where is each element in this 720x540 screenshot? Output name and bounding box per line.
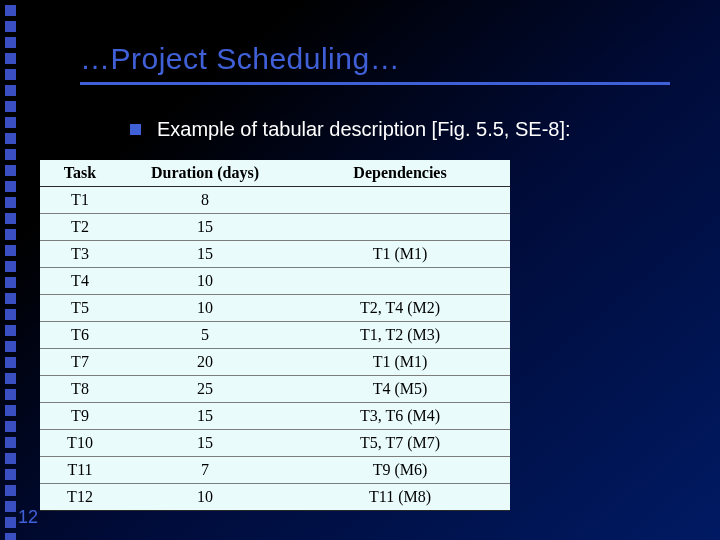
side-square-icon — [5, 293, 16, 304]
table-row: T18 — [40, 187, 510, 214]
cell-duration: 20 — [120, 349, 290, 376]
side-square-icon — [5, 341, 16, 352]
cell-deps: T1, T2 (M3) — [290, 322, 510, 349]
table-row: T1015T5, T7 (M7) — [40, 430, 510, 457]
col-deps-header: Dependencies — [290, 160, 510, 187]
title-block: …Project Scheduling… — [80, 42, 680, 85]
table-row: T315T1 (M1) — [40, 241, 510, 268]
cell-task: T1 — [40, 187, 120, 214]
table-row: T65T1, T2 (M3) — [40, 322, 510, 349]
side-square-icon — [5, 277, 16, 288]
col-task-header: Task — [40, 160, 120, 187]
slide-title: …Project Scheduling… — [80, 42, 680, 76]
cell-duration: 10 — [120, 484, 290, 511]
cell-deps: T9 (M6) — [290, 457, 510, 484]
side-square-icon — [5, 389, 16, 400]
table-row: T720T1 (M1) — [40, 349, 510, 376]
cell-deps: T1 (M1) — [290, 349, 510, 376]
side-square-icon — [5, 421, 16, 432]
side-square-icon — [5, 85, 16, 96]
cell-deps: T5, T7 (M7) — [290, 430, 510, 457]
schedule-table: Task Duration (days) Dependencies T18T21… — [40, 160, 510, 511]
side-square-icon — [5, 405, 16, 416]
side-square-icon — [5, 165, 16, 176]
bullet-row: Example of tabular description [Fig. 5.5… — [130, 118, 571, 141]
side-square-icon — [5, 517, 16, 528]
side-square-icon — [5, 501, 16, 512]
side-square-icon — [5, 453, 16, 464]
table-row: T1210T11 (M8) — [40, 484, 510, 511]
cell-duration: 25 — [120, 376, 290, 403]
title-underline — [80, 82, 670, 85]
cell-duration: 15 — [120, 430, 290, 457]
cell-task: T9 — [40, 403, 120, 430]
page-number: 12 — [18, 507, 38, 528]
table-row: T117T9 (M6) — [40, 457, 510, 484]
side-square-icon — [5, 133, 16, 144]
side-square-icon — [5, 53, 16, 64]
side-square-icon — [5, 309, 16, 320]
cell-deps — [290, 214, 510, 241]
table-row: T510T2, T4 (M2) — [40, 295, 510, 322]
cell-deps: T2, T4 (M2) — [290, 295, 510, 322]
side-decor-squares — [0, 0, 30, 540]
cell-task: T3 — [40, 241, 120, 268]
table-row: T825T4 (M5) — [40, 376, 510, 403]
side-square-icon — [5, 149, 16, 160]
cell-duration: 5 — [120, 322, 290, 349]
cell-duration: 10 — [120, 268, 290, 295]
side-square-icon — [5, 229, 16, 240]
cell-duration: 15 — [120, 214, 290, 241]
side-square-icon — [5, 437, 16, 448]
cell-deps: T11 (M8) — [290, 484, 510, 511]
side-square-icon — [5, 245, 16, 256]
cell-deps — [290, 268, 510, 295]
cell-task: T6 — [40, 322, 120, 349]
table-header-row: Task Duration (days) Dependencies — [40, 160, 510, 187]
cell-task: T8 — [40, 376, 120, 403]
side-square-icon — [5, 21, 16, 32]
cell-task: T12 — [40, 484, 120, 511]
cell-duration: 7 — [120, 457, 290, 484]
side-square-icon — [5, 37, 16, 48]
slide: …Project Scheduling… Example of tabular … — [0, 0, 720, 540]
side-square-icon — [5, 357, 16, 368]
side-square-icon — [5, 5, 16, 16]
cell-duration: 15 — [120, 241, 290, 268]
side-square-icon — [5, 101, 16, 112]
cell-task: T7 — [40, 349, 120, 376]
bullet-text: Example of tabular description [Fig. 5.5… — [157, 118, 571, 141]
cell-task: T5 — [40, 295, 120, 322]
cell-deps: T4 (M5) — [290, 376, 510, 403]
cell-task: T2 — [40, 214, 120, 241]
cell-task: T4 — [40, 268, 120, 295]
cell-deps: T3, T6 (M4) — [290, 403, 510, 430]
side-square-icon — [5, 181, 16, 192]
table-row: T215 — [40, 214, 510, 241]
bullet-icon — [130, 124, 141, 135]
side-square-icon — [5, 197, 16, 208]
side-square-icon — [5, 485, 16, 496]
side-square-icon — [5, 261, 16, 272]
side-square-icon — [5, 469, 16, 480]
cell-deps — [290, 187, 510, 214]
cell-task: T10 — [40, 430, 120, 457]
side-square-icon — [5, 325, 16, 336]
side-square-icon — [5, 213, 16, 224]
table-row: T410 — [40, 268, 510, 295]
side-square-icon — [5, 117, 16, 128]
side-square-icon — [5, 533, 16, 540]
table-body: T18T215T315T1 (M1)T410T510T2, T4 (M2)T65… — [40, 187, 510, 511]
schedule-table-container: Task Duration (days) Dependencies T18T21… — [40, 160, 510, 511]
cell-duration: 8 — [120, 187, 290, 214]
cell-duration: 10 — [120, 295, 290, 322]
cell-task: T11 — [40, 457, 120, 484]
table-row: T915T3, T6 (M4) — [40, 403, 510, 430]
side-square-icon — [5, 69, 16, 80]
cell-duration: 15 — [120, 403, 290, 430]
col-duration-header: Duration (days) — [120, 160, 290, 187]
cell-deps: T1 (M1) — [290, 241, 510, 268]
side-square-icon — [5, 373, 16, 384]
